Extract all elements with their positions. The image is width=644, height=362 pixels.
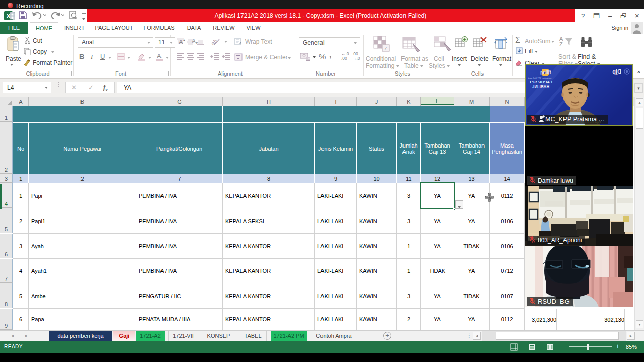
svg-text:HARI INI.: HARI INI. [532,84,549,89]
svg-text:≠: ≠ [384,46,387,51]
svg-text:Djp: Djp [612,68,621,75]
svg-text:LAPOR SPT: LAPOR SPT [529,80,552,84]
svg-text:sampaikan SPT lebih awal: sampaikan SPT lebih awal [528,77,551,79]
svg-text:filing: filing [540,70,551,75]
svg-text:ab: ab [211,38,218,46]
